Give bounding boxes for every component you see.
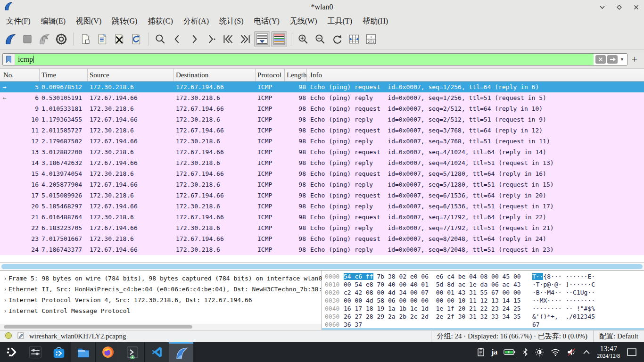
packet-list-hscrollbar[interactable] (0, 262, 644, 270)
display-filter-input[interactable]: icmp ▼ (2, 53, 627, 66)
menu-item-10[interactable]: 帮助(H) (357, 15, 393, 28)
column-header-info[interactable]: Info (307, 69, 644, 81)
terminal-button[interactable] (120, 342, 144, 362)
packet-row-6[interactable]: ←60.530105191172.67.194.66172.30.218.6IC… (0, 92, 644, 103)
capture-options-button[interactable] (53, 31, 69, 47)
scrollbar-thumb[interactable] (4, 325, 192, 329)
open-file-button[interactable] (77, 31, 93, 47)
column-header-protocol[interactable]: Protocol (256, 69, 285, 81)
brightness-icon[interactable] (535, 347, 544, 357)
go-to-packet-button[interactable] (203, 31, 219, 47)
reload-file-button[interactable] (128, 31, 144, 47)
filter-apply-button[interactable] (607, 55, 618, 64)
menu-item-5[interactable]: 分析(A) (178, 15, 214, 28)
expand-chevron-icon[interactable]: › (2, 297, 8, 304)
menu-item-2[interactable]: 视图(V) (71, 15, 107, 28)
restart-capture-button[interactable] (36, 31, 52, 47)
taskbar-clock[interactable]: 13:47 2024/12/8 (597, 345, 620, 359)
detail-line-1[interactable]: ›Ethernet II, Src: HonHaiPrecis_c4:be:04… (0, 284, 322, 295)
hex-row-0050[interactable]: 005026 27 28 29 2a 2b 2c 2d 2e 2f 30 31 … (322, 313, 644, 321)
hex-row-0000[interactable]: 000054 c6 ff 7b 38 02 e0 06 e6 c4 be 04 … (322, 272, 644, 280)
start-capture-button[interactable] (2, 31, 18, 47)
packet-row-14[interactable]: 143.186742632172.67.194.66172.30.218.6IC… (0, 157, 644, 168)
hex-row-0060[interactable]: 006036 3767 (322, 321, 644, 329)
input-method-indicator[interactable]: ja (491, 348, 497, 356)
zoom-in-button[interactable] (295, 31, 311, 47)
packet-row-11[interactable]: 112.011585727172.30.218.6172.67.194.66IC… (0, 125, 644, 136)
filter-value[interactable]: icmp (15, 54, 594, 65)
menu-item-9[interactable]: 工具(T) (322, 15, 357, 28)
wireshark-task-button[interactable] (169, 342, 193, 362)
filter-dropdown-caret[interactable]: ▼ (619, 57, 625, 62)
app-store-button[interactable] (47, 342, 71, 362)
column-header-source[interactable]: Source (88, 69, 174, 81)
firefox-button[interactable] (95, 342, 120, 362)
filter-add-button[interactable]: + (627, 53, 642, 66)
filter-bookmark-icon[interactable] (3, 54, 15, 65)
zoom-out-button[interactable] (312, 31, 328, 47)
menu-item-8[interactable]: 无线(W) (285, 15, 322, 28)
colorize-toggle-button[interactable] (271, 31, 287, 47)
show-desktop-button[interactable] (626, 348, 637, 356)
hex-row-0040[interactable]: 004016 17 18 19 1a 1b 1c 1d 1e 1f 20 21 … (322, 304, 644, 313)
packet-row-5[interactable]: →50.009678512172.30.218.6172.67.194.66IC… (0, 82, 644, 92)
expert-info-icon[interactable] (5, 332, 12, 341)
stop-capture-button[interactable] (19, 31, 35, 47)
packet-row-22[interactable]: 226.183223705172.67.194.66172.30.218.6IC… (0, 222, 644, 233)
hex-row-0010[interactable]: 001000 54 e8 70 40 00 40 01 5d 8d ac 1e … (322, 280, 644, 288)
vscode-button[interactable] (144, 342, 169, 362)
find-packet-button[interactable] (152, 31, 168, 47)
expand-chevron-icon[interactable]: › (2, 275, 8, 282)
profile-selector[interactable]: 配置: Default (593, 330, 644, 342)
close-button[interactable] (631, 2, 641, 12)
menu-item-1[interactable]: 编辑(E) (36, 15, 71, 28)
go-forward-button[interactable] (186, 31, 202, 47)
details-hscrollbar[interactable] (0, 324, 322, 330)
menu-item-7[interactable]: 电话(Y) (249, 15, 285, 28)
launcher-button[interactable] (0, 342, 24, 362)
filter-clear-button[interactable] (595, 55, 606, 64)
packet-row-13[interactable]: 133.012882200172.30.218.6172.67.194.66IC… (0, 147, 644, 157)
scrollbar-thumb[interactable] (1, 264, 643, 269)
save-file-button[interactable] (94, 31, 110, 47)
control-center-button[interactable] (24, 342, 47, 362)
go-first-packet-button[interactable] (220, 31, 236, 47)
menu-item-3[interactable]: 跳转(G) (107, 15, 142, 28)
packet-row-16[interactable]: 164.205877904172.67.194.66172.30.218.6IC… (0, 179, 644, 190)
packet-row-10[interactable]: 101.179363455172.67.194.66172.30.218.6IC… (0, 114, 644, 125)
expand-chevron-icon[interactable]: › (2, 286, 8, 293)
packet-row-24[interactable]: 247.186743377172.67.194.66172.30.218.6IC… (0, 244, 644, 255)
maximize-button[interactable] (614, 2, 624, 12)
bluetooth-icon[interactable] (522, 348, 528, 356)
resize-columns-button[interactable] (346, 31, 362, 47)
packet-row-20[interactable]: 205.185468297172.67.194.66172.30.218.6IC… (0, 201, 644, 212)
minimize-button[interactable] (597, 2, 607, 12)
volume-muted-icon[interactable] (567, 348, 576, 356)
packet-row-21[interactable]: 216.016488764172.30.218.6172.67.194.66IC… (0, 212, 644, 222)
expand-chevron-icon[interactable]: › (2, 308, 8, 314)
column-header-length[interactable]: Length (285, 69, 307, 81)
wifi-icon[interactable] (550, 348, 561, 356)
packet-row-12[interactable]: 122.179687502172.67.194.66172.30.218.6IC… (0, 136, 644, 147)
detail-line-3[interactable]: ›Internet Control Message Protocol (0, 305, 322, 316)
clipboard-icon[interactable] (477, 347, 485, 357)
bytes-hscrollbar[interactable] (322, 328, 644, 330)
packet-row-23[interactable]: 237.017501667172.30.218.6172.67.194.66IC… (0, 233, 644, 244)
capture-comment-icon[interactable] (17, 332, 25, 341)
file-manager-button[interactable] (71, 342, 95, 362)
hex-row-0020[interactable]: 0020c2 42 08 00 4d 34 00 07 00 01 43 31 … (322, 288, 644, 296)
detail-line-2[interactable]: ›Internet Protocol Version 4, Src: 172.3… (0, 295, 322, 305)
go-last-packet-button[interactable] (237, 31, 253, 47)
hex-row-0030[interactable]: 003000 00 4d 58 06 00 00 00 00 00 10 11 … (322, 296, 644, 304)
tray-expand-chevron-icon[interactable] (582, 349, 591, 355)
autoscroll-toggle-button[interactable] (254, 31, 270, 47)
column-header-destination[interactable]: Destination (174, 69, 256, 81)
go-back-button[interactable] (169, 31, 185, 47)
zoom-reset-button[interactable] (329, 31, 345, 47)
packet-row-17[interactable]: 175.015089926172.30.218.6172.67.194.66IC… (0, 190, 644, 201)
battery-icon[interactable] (504, 348, 516, 356)
menu-item-4[interactable]: 捕获(C) (142, 15, 178, 28)
close-file-button[interactable] (111, 31, 127, 47)
column-header-no[interactable]: No. (0, 69, 40, 81)
layout-chooser-button[interactable]: 123 (363, 31, 379, 47)
